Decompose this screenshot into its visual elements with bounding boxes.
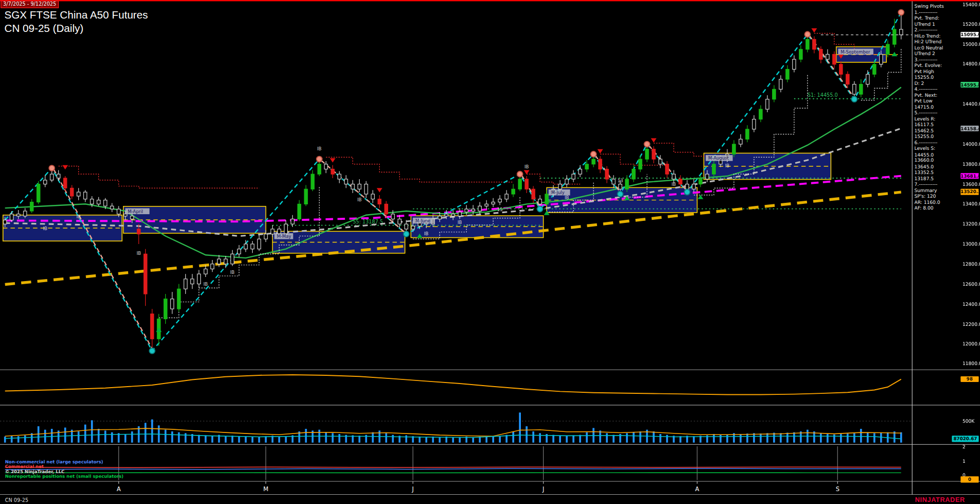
svg-text:M-July: M-July <box>551 190 565 195</box>
swing-pivots-line: Pvt. Next: <box>914 92 960 98</box>
cot-legend-item: © 2025 NinjaTrader, LLC <box>5 469 65 474</box>
svg-text:IB: IB <box>136 251 141 256</box>
svg-text:M-September: M-September <box>841 49 870 55</box>
title-instrument: SGX FTSE China A50 Futures <box>4 9 148 22</box>
swing-pivots-line: 13660.0 <box>914 158 960 164</box>
swing-pivots-line: 16117.5 <box>914 122 960 128</box>
svg-text:M-June: M-June <box>415 218 430 223</box>
svg-text:IB: IB <box>230 270 235 275</box>
svg-text:J: J <box>412 485 414 493</box>
swing-pivots-line: D: 2 <box>914 80 960 86</box>
chart-window: S5: 13187.5S1: 14455.0IBIBIBIBIBIBIBIBIB… <box>0 0 980 504</box>
oscillator-panel <box>5 375 901 395</box>
swing-pivots-line: Summary <box>914 187 960 194</box>
swing-pivots-line: UTrend 1 <box>914 21 960 27</box>
time-axis[interactable]: AMJJAS <box>117 481 839 493</box>
swing-pivots-line: Lo:0 Neutral <box>914 45 960 51</box>
svg-text:IB: IB <box>76 214 81 219</box>
swing-pivots-line: 15255.0 <box>914 134 960 140</box>
swing-pivots-line: UTrend 2 <box>914 50 960 57</box>
svg-text:IB: IB <box>524 164 529 169</box>
swing-pivots-line: 5.----------- <box>914 110 960 116</box>
swing-pivots-line: Pvt Low <box>914 98 960 105</box>
swing-pivots-line: 1.----------- <box>914 9 960 15</box>
swing-pivots-line: Pvt High <box>914 68 960 75</box>
swing-pivots-line: 4.----------- <box>914 86 960 93</box>
swing-pivots-line: AR: 1160.0 <box>914 199 960 205</box>
instrument-tab[interactable]: CN 09-25 <box>5 498 28 503</box>
swing-pivots-line: 14455.0 <box>914 151 960 158</box>
svg-text:IB: IB <box>203 282 208 287</box>
svg-text:S: S <box>836 485 839 493</box>
svg-text:IB: IB <box>725 163 730 168</box>
cot-legend-item: Nonreportable positions net (small specu… <box>5 474 124 479</box>
swing-pivots-line: Pvt. Evolve: <box>914 62 960 68</box>
swing-zigzag[interactable] <box>5 12 901 352</box>
swing-pivots-line: 7.----------- <box>914 181 960 187</box>
chart-plot-area[interactable]: S5: 13187.5S1: 14455.0IBIBIBIBIBIBIBIBIB… <box>0 0 980 504</box>
candles <box>4 12 903 351</box>
swing-pivots-line: 13187.5 <box>914 176 960 182</box>
svg-text:IB: IB <box>672 182 676 187</box>
cot-panel <box>5 446 901 480</box>
swing-pivots-line: Swing Pivots <box>914 3 960 9</box>
svg-text:A: A <box>117 485 121 493</box>
volume-panel <box>0 412 912 442</box>
svg-text:M-April: M-April <box>128 209 143 214</box>
svg-text:IB: IB <box>458 220 462 225</box>
swing-pivots-line: SP's: 120 <box>914 193 960 199</box>
svg-text:IB: IB <box>565 195 569 200</box>
window-accent-line <box>0 0 980 1</box>
swing-pivots-panel: Swing Pivots1.-----------Pvt. Trend:UTre… <box>914 3 960 211</box>
cot-legend-item: Commercial net <box>5 464 44 470</box>
ninjatrader-logo: NINJATRADER <box>915 496 965 503</box>
svg-text:J: J <box>542 485 544 493</box>
swing-pivots-line: Pvt. Trend: <box>914 15 960 21</box>
swing-pivots-line: 6.----------- <box>914 140 960 146</box>
swing-pivots-line: HiLo Trend: <box>914 33 960 39</box>
swing-pivots-line: 13645.0 <box>914 164 960 170</box>
svg-text:M-May: M-May <box>277 234 291 239</box>
svg-text:M-August: M-August <box>708 155 729 161</box>
swing-pivots-line: 14715.0 <box>914 104 960 110</box>
swing-pivots-line: 15462.5 <box>914 128 960 134</box>
svg-text:15: 15 <box>497 207 503 212</box>
swing-pivots-line: 15255.0 <box>914 74 960 80</box>
svg-text:M: M <box>263 485 268 493</box>
svg-text:S1: 14455.0: S1: 14455.0 <box>808 92 838 98</box>
date-range-label: 3/7/2025 - 9/12/2025 <box>1 1 59 8</box>
swing-pivots-line: Hi:2 UTrend <box>914 39 960 45</box>
swing-pivots-line: Levels R: <box>914 116 960 122</box>
svg-text:IB: IB <box>317 146 322 151</box>
svg-text:IB: IB <box>424 231 429 236</box>
swing-pivots-line: Levels S: <box>914 146 960 152</box>
swing-pivots-line: AF: 8.00 <box>914 205 960 211</box>
swing-pivots-line: 2.----------- <box>914 27 960 33</box>
chart-title: SGX FTSE China A50 Futures CN 09-25 (Dai… <box>4 9 148 35</box>
panel-separators <box>0 0 980 494</box>
swing-pivots-line: 3.----------- <box>914 57 960 63</box>
svg-text:S5: 13187.5: S5: 13187.5 <box>353 219 383 224</box>
title-contract: CN 09-25 (Daily) <box>4 22 148 34</box>
swing-pivots-line: 13352.5 <box>914 169 960 176</box>
cot-legend-item: Non-commercial net (large speculators) <box>5 459 103 464</box>
bottom-bar: CN 09-25 NINJATRADER <box>0 495 980 504</box>
svg-text:13: 13 <box>618 178 623 183</box>
month-boxes[interactable] <box>3 47 898 253</box>
svg-text:IB: IB <box>43 226 48 231</box>
svg-text:A: A <box>695 485 699 493</box>
svg-text:IB: IB <box>357 197 362 202</box>
